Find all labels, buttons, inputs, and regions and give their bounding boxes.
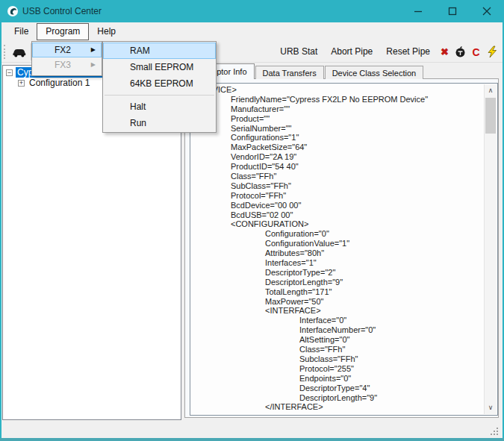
- menu-item-label: FX3: [55, 60, 71, 70]
- close-icon: [482, 7, 491, 16]
- descriptor-line: DescriptorLength="9": [190, 278, 484, 287]
- app-icon: [7, 5, 19, 17]
- descriptor-line: Attributes="80h": [190, 248, 484, 258]
- delete-icon[interactable]: ✖: [437, 46, 452, 57]
- maximize-button[interactable]: [435, 0, 470, 22]
- tree-node-configuration-label[interactable]: Configuration 1: [28, 78, 91, 88]
- fx2-submenu: RAMSmall EEPROM64KB EEPROMHaltRun: [102, 41, 217, 133]
- descriptor-line: Protocol="255": [190, 364, 484, 374]
- scroll-thumb[interactable]: [485, 98, 496, 134]
- expand-icon[interactable]: +: [18, 80, 25, 87]
- descriptor-line: SerialNumber="": [190, 124, 484, 134]
- menu-item-label: Run: [130, 118, 146, 128]
- descriptor-line: InterfaceNumber="0": [190, 325, 484, 335]
- tab-device-class-selection[interactable]: Device Class Selection: [325, 66, 424, 79]
- program-menu-dropdown: FX2▶FX3▶: [31, 41, 102, 76]
- tree-node-configuration: +Configuration 1: [18, 78, 91, 88]
- descriptor-line: Interface="0": [190, 316, 484, 325]
- resize-grip-icon[interactable]: [489, 426, 498, 435]
- reset-icon[interactable]: C: [468, 46, 484, 58]
- descriptor-line: Configurations="1": [190, 133, 484, 143]
- submenu-arrow-icon: ▶: [91, 57, 96, 72]
- menu-item-fx3[interactable]: FX3▶: [32, 57, 102, 72]
- toolbar-button-abort-pipe[interactable]: Abort Pipe: [324, 41, 379, 63]
- toolbar-button-reset-pipe[interactable]: Reset Pipe: [379, 41, 437, 63]
- menu-item-halt[interactable]: Halt: [103, 98, 216, 115]
- descriptor-line: TotalLength="171": [190, 287, 484, 297]
- descriptor-line: <INTERFACE>: [190, 306, 484, 316]
- descriptor-line: AltSetting="0": [190, 335, 484, 345]
- statusbar: [1, 422, 503, 437]
- descriptor-line: Product="": [190, 114, 484, 124]
- descriptor-line: Endpoints="0": [190, 374, 484, 384]
- window-border-bottom: [0, 438, 504, 441]
- menu-item-run[interactable]: Run: [103, 115, 216, 131]
- descriptor-line: FriendlyName="Cypress FX2LP No EEPROM De…: [190, 95, 484, 104]
- titlebar: USB Control Center: [0, 0, 504, 22]
- descriptor-line: Configuration="0": [190, 229, 484, 239]
- descriptor-line: <CONFIGURATION>: [190, 219, 484, 229]
- device-button[interactable]: [10, 43, 28, 60]
- descriptor-line: Class="FFh": [190, 172, 484, 181]
- menu-item-label: FX2: [55, 45, 71, 55]
- descriptor-line: ConfigurationValue="1": [190, 239, 484, 248]
- descriptor-text: <DEVICE>FriendlyName="Cypress FX2LP No E…: [190, 85, 484, 412]
- close-button[interactable]: [470, 0, 504, 22]
- window-title: USB Control Center: [22, 0, 102, 22]
- descriptor-line: Class="FFh": [190, 345, 484, 354]
- descriptor-line: DescriptorType="4": [190, 384, 484, 393]
- menubar-item-program[interactable]: Program: [37, 23, 89, 40]
- toolbar-right-group: URB StatAbort PipeReset Pipe✖C: [273, 41, 500, 63]
- menubar-item-file[interactable]: File: [6, 23, 37, 40]
- abort-bomb-icon[interactable]: [452, 46, 468, 58]
- descriptor-line: DescriptorLength="9": [190, 393, 484, 403]
- menu-item-ram[interactable]: RAM: [103, 43, 216, 59]
- window-controls: [401, 0, 504, 22]
- descriptor-line: BcdUSB="02 00": [190, 210, 484, 220]
- tabstrip: Descriptor InfoData TransfersDevice Clas…: [186, 63, 424, 79]
- minimize-icon: [414, 7, 423, 16]
- menu-item-fx2[interactable]: FX2▶: [32, 43, 102, 57]
- menu-item-label: RAM: [130, 46, 150, 56]
- descriptor-line: BcdDevice="00 00": [190, 201, 484, 210]
- descriptor-line: Manufacturer="": [190, 104, 484, 114]
- descriptor-info-tabpage: <DEVICE>FriendlyName="Cypress FX2LP No E…: [184, 78, 499, 418]
- maximize-icon: [448, 7, 457, 16]
- descriptor-line: SubClass="FFh": [190, 181, 484, 191]
- menu-separator: [105, 95, 214, 96]
- descriptor-line: <DEVICE>: [190, 85, 484, 95]
- usb-device-icon: [11, 46, 28, 58]
- descriptor-line: Subclass="FFh": [190, 354, 484, 364]
- descriptor-line: MaxPacketSize="64": [190, 143, 484, 152]
- descriptor-line: Protocol="FFh": [190, 191, 484, 201]
- window-border-left: [0, 22, 1, 441]
- scroll-down-button[interactable]: ∨: [485, 401, 497, 414]
- lightning-icon[interactable]: [484, 46, 500, 58]
- menu-item-label: Halt: [130, 101, 146, 112]
- collapse-icon[interactable]: −: [6, 69, 13, 76]
- menu-item-small-eeprom[interactable]: Small EEPROM: [103, 59, 216, 75]
- descriptor-textbox[interactable]: <DEVICE>FriendlyName="Cypress FX2LP No E…: [190, 83, 498, 416]
- descriptor-line: ProductID="54 40": [190, 162, 484, 172]
- descriptor-line: DescriptorType="2": [190, 268, 484, 278]
- descriptor-line: MaxPower="50": [190, 297, 484, 307]
- menubar: FileProgramHelp: [1, 22, 503, 41]
- menubar-item-help[interactable]: Help: [89, 23, 124, 40]
- descriptor-line: Interfaces="1": [190, 258, 484, 268]
- menu-item-64kb-eeprom[interactable]: 64KB EEPROM: [103, 75, 216, 92]
- submenu-arrow-icon: ▶: [91, 43, 96, 57]
- menu-item-label: Small EEPROM: [130, 62, 193, 72]
- tab-data-transfers[interactable]: Data Transfers: [255, 66, 324, 79]
- vertical-scrollbar[interactable]: ∧ ∨: [484, 84, 497, 414]
- minimize-button[interactable]: [401, 0, 435, 22]
- app-window: USB Control Center FileProgramHelp: [0, 0, 504, 441]
- menu-item-label: 64KB EEPROM: [130, 78, 193, 89]
- descriptor-line: </INTERFACE>: [190, 402, 484, 412]
- scroll-up-button[interactable]: ∧: [485, 84, 497, 97]
- toolbar-grip[interactable]: [4, 45, 6, 59]
- toolbar-button-urb-stat[interactable]: URB Stat: [273, 41, 324, 63]
- descriptor-line: VendorID="2A 19": [190, 152, 484, 162]
